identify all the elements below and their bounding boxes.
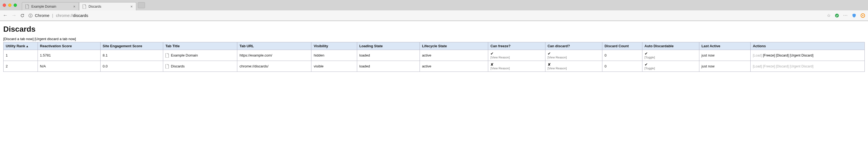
url-separator: | <box>52 13 53 18</box>
col-header-tab-url[interactable]: Tab URL <box>237 42 311 50</box>
cell-rank: 1 <box>4 50 38 61</box>
tab-title: Example Domain <box>31 5 71 8</box>
cell-discard-count: 0 <box>602 61 642 72</box>
page-icon <box>165 64 169 69</box>
col-header-tab-title[interactable]: Tab Title <box>163 42 237 50</box>
cell-lifecycle: active <box>420 50 488 61</box>
svg-rect-2 <box>30 15 31 17</box>
toggle-link[interactable]: [Toggle] <box>645 67 697 70</box>
cell-lifecycle: active <box>420 61 488 72</box>
view-reason-link[interactable]: [View Reason] <box>490 67 543 70</box>
col-header-actions[interactable]: Actions <box>751 42 865 50</box>
titlebar: Example Domain × Discards × <box>0 0 868 10</box>
view-reason-link[interactable]: [View Reason] <box>548 67 600 70</box>
col-header-last-active[interactable]: Last Active <box>699 42 750 50</box>
cell-actions: [Load] [Freeze] [Discard] [Urgent Discar… <box>751 50 865 61</box>
cell-tab-title-text: Example Domain <box>171 53 198 57</box>
view-reason-link[interactable]: [View Reason] <box>548 56 600 59</box>
cell-can-discard: ✔[View Reason] <box>545 50 602 61</box>
freeze-action[interactable]: [Freeze] <box>763 65 775 68</box>
svg-point-1 <box>30 15 31 15</box>
tab-title: Discards <box>89 5 128 8</box>
check-icon: ✔ <box>548 51 551 56</box>
cell-last-active: just now <box>699 50 750 61</box>
col-header-utility-rank[interactable]: Utility Rank▲ <box>4 42 38 50</box>
view-reason-link[interactable]: [View Reason] <box>490 56 543 59</box>
cell-loading: loaded <box>357 50 420 61</box>
top-actions: [Discard a tab now] [Urgent discard a ta… <box>3 37 865 41</box>
cell-visibility: hidden <box>311 50 357 61</box>
cell-engagement: 0.0 <box>100 61 163 72</box>
cell-tab-title-text: Discards <box>171 64 185 68</box>
toggle-link[interactable]: [Toggle] <box>645 56 697 59</box>
page-title: Discards <box>3 25 865 33</box>
url-host: chrome:// <box>56 13 73 18</box>
page-icon <box>165 53 169 58</box>
extension-icon[interactable] <box>860 13 865 18</box>
table-header-row: Utility Rank▲ Reactivation Score Site En… <box>4 42 865 50</box>
col-header-discard-count[interactable]: Discard Count <box>602 42 642 50</box>
extension-icon[interactable]: ••• <box>843 14 848 17</box>
cell-can-freeze: ✘[View Reason] <box>488 61 545 72</box>
cell-auto-discardable: ✔[Toggle] <box>642 50 699 61</box>
cell-reactivation: N/A <box>38 61 100 72</box>
toolbar-right: ☆ ••• <box>827 13 865 18</box>
cell-rank: 2 <box>4 61 38 72</box>
cell-actions: [Load] [Freeze] [Discard] [Urgent Discar… <box>751 61 865 72</box>
cell-can-discard: ✘[View Reason] <box>545 61 602 72</box>
site-info-icon[interactable] <box>28 14 33 18</box>
col-header-engagement[interactable]: Site Engagement Score <box>100 42 163 50</box>
close-tab-icon[interactable]: × <box>130 4 133 9</box>
close-tab-icon[interactable]: × <box>73 4 75 9</box>
reload-button[interactable] <box>20 14 25 18</box>
cell-tab-url: https://example.com/ <box>237 50 311 61</box>
col-header-auto-discardable[interactable]: Auto Discardable <box>642 42 699 50</box>
page-content: Discards [Discard a tab now] [Urgent dis… <box>0 21 868 77</box>
toolbar: ← → Chrome | chrome://discards ☆ ••• <box>0 10 868 21</box>
window-controls <box>3 4 17 7</box>
url-scheme: Chrome <box>35 13 49 18</box>
maximize-window-button[interactable] <box>13 4 17 7</box>
discard-tab-now-link[interactable]: [Discard a tab now] <box>3 37 33 41</box>
tabs-strip: Example Domain × Discards × <box>22 0 145 10</box>
freeze-action[interactable]: [Freeze] <box>763 53 775 57</box>
cell-tab-title: Discards <box>163 61 237 72</box>
svg-point-5 <box>862 15 863 16</box>
col-header-can-freeze[interactable]: Can freeze? <box>488 42 545 50</box>
close-window-button[interactable] <box>3 4 6 7</box>
discard-action[interactable]: [Discard] <box>776 65 789 68</box>
col-header-can-discard[interactable]: Can discard? <box>545 42 602 50</box>
cell-last-active: just now <box>699 61 750 72</box>
extension-icon[interactable] <box>851 13 857 18</box>
urgent-discard-action[interactable]: [Urgent Discard] <box>790 53 813 57</box>
omnibox[interactable]: Chrome | chrome://discards <box>28 13 823 18</box>
discard-action[interactable]: [Discard] <box>776 53 789 57</box>
col-header-loading[interactable]: Loading State <box>357 42 420 50</box>
cell-can-freeze: ✔[View Reason] <box>488 50 545 61</box>
urgent-discard-action[interactable]: [Urgent Discard] <box>790 65 813 68</box>
cell-tab-title: Example Domain <box>163 50 237 61</box>
load-action[interactable]: [Load] <box>753 53 762 57</box>
col-header-visibility[interactable]: Visibility <box>311 42 357 50</box>
check-icon: ✔ <box>645 62 648 67</box>
col-header-reactivation[interactable]: Reactivation Score <box>38 42 100 50</box>
urgent-discard-tab-now-link[interactable]: [Urgent discard a tab now] <box>35 37 76 41</box>
col-header-lifecycle[interactable]: Lifecycle State <box>420 42 488 50</box>
load-action[interactable]: [Load] <box>753 65 762 68</box>
extension-icon[interactable] <box>835 13 839 18</box>
page-icon <box>25 5 29 8</box>
browser-tab[interactable]: Example Domain × <box>22 2 79 10</box>
table-row: 11.57818.1Example Domainhttps://example.… <box>4 50 865 61</box>
forward-button[interactable]: → <box>11 12 17 18</box>
cell-visibility: visible <box>311 61 357 72</box>
new-tab-button[interactable] <box>138 2 145 8</box>
minimize-window-button[interactable] <box>8 4 11 7</box>
cell-tab-url: chrome://discards/ <box>237 61 311 72</box>
cell-engagement: 8.1 <box>100 50 163 61</box>
cell-reactivation: 1.5781 <box>38 50 100 61</box>
sort-ascending-icon: ▲ <box>26 45 29 48</box>
browser-tab[interactable]: Discards × <box>79 2 136 10</box>
table-row: 2N/A0.0Discardschrome://discards/visible… <box>4 61 865 72</box>
back-button[interactable]: ← <box>3 12 8 18</box>
bookmark-star-icon[interactable]: ☆ <box>827 13 831 18</box>
